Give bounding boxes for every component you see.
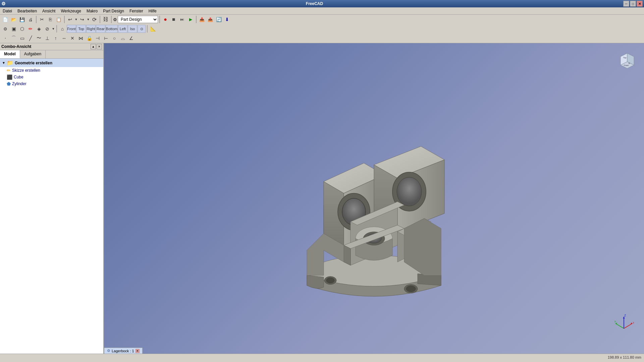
view-settings-button[interactable]: ⚙ <box>1 25 9 33</box>
rect-button[interactable]: ▭ <box>18 34 26 42</box>
import-button[interactable]: 📥 <box>198 15 206 23</box>
minimize-button[interactable]: ─ <box>623 1 629 7</box>
link-button[interactable]: ⛓ <box>102 15 110 23</box>
macro-step-button[interactable]: ⏭ <box>178 15 186 23</box>
tilde-button[interactable]: 〜 <box>35 34 43 42</box>
statusbar-dimensions: 198.89 x 111.80 mm <box>608 355 641 359</box>
sep3 <box>100 16 100 23</box>
sep2 <box>64 16 65 23</box>
sidebar-tab-aufgaben[interactable]: Aufgaben <box>20 50 46 58</box>
redo-button[interactable] <box>78 15 86 23</box>
menu-datei[interactable]: Datei <box>0 8 15 14</box>
view-rear-button[interactable]: Rear <box>96 25 105 33</box>
viewport-tab-item[interactable]: ⚙ Lagerbock : 1 ✕ <box>104 348 143 354</box>
tree-item-skizze-label: Skizze erstellen <box>12 68 40 73</box>
export-button[interactable]: 📤 <box>206 15 214 23</box>
eq-button[interactable]: ⊣ <box>94 34 102 42</box>
paste-button[interactable] <box>55 15 63 23</box>
titlebar-title: FreeCAD <box>306 1 323 6</box>
save-button[interactable] <box>18 15 26 23</box>
menu-partdesign[interactable]: Part Design <box>100 8 127 14</box>
macro-record-button[interactable]: ● <box>161 15 169 23</box>
arr-up-button[interactable]: ↑ <box>52 34 60 42</box>
sidebar-content: ▼ 📁 Geometrie erstellen ✏ Skizze erstell… <box>0 59 103 354</box>
print-button[interactable] <box>26 15 35 23</box>
refresh-button[interactable] <box>90 15 98 23</box>
menubar: Datei Bearbeiten Ansicht Werkzeuge Makro… <box>0 7 644 15</box>
view-cut-button[interactable]: ⊘ <box>43 25 51 33</box>
view-home-button[interactable]: ⌂ <box>58 25 66 33</box>
sync-button[interactable]: 🔄 <box>215 15 223 23</box>
arc2-button[interactable]: ⌓ <box>119 34 127 42</box>
open-button[interactable] <box>10 15 18 23</box>
statusbar: 198.89 x 111.80 mm <box>0 354 644 360</box>
section-label: Geometrie erstellen <box>15 61 52 65</box>
redo-dropdown[interactable]: ▼ <box>87 15 90 23</box>
tree-item-zylinder[interactable]: ⬟ Zylinder <box>0 80 103 87</box>
copy-button[interactable] <box>46 15 54 23</box>
menu-bearbeiten[interactable]: Bearbeiten <box>15 8 40 14</box>
viewport-tab-close-button[interactable]: ✕ <box>136 349 140 353</box>
sym-button[interactable]: ⋈ <box>77 34 85 42</box>
maximize-button[interactable]: □ <box>630 1 636 7</box>
download-button[interactable]: ⬇ <box>223 15 231 23</box>
arc-button[interactable]: ⌒ <box>10 34 18 42</box>
svg-line-22 <box>615 323 624 328</box>
menu-fenster[interactable]: Fenster <box>127 8 146 14</box>
perp-button[interactable]: ⊥ <box>43 34 51 42</box>
view-left-button[interactable]: Left <box>118 25 127 33</box>
lock-button[interactable]: 🔒 <box>85 34 93 42</box>
circle-button[interactable]: ○ <box>110 34 118 42</box>
view-layer-button[interactable]: ⬡ <box>18 25 26 33</box>
arr-cross-button[interactable]: ✕ <box>68 34 76 42</box>
svg-text:Z: Z <box>624 314 626 317</box>
tree-section-geometrie[interactable]: ▼ 📁 Geometrie erstellen <box>0 59 103 67</box>
view-front-button[interactable]: Front <box>67 25 76 33</box>
titlebar-icon: ⚙ <box>1 1 6 6</box>
macro-run-button[interactable]: ▶ <box>186 15 195 23</box>
nav-cube[interactable]: Front R Top <box>614 47 641 74</box>
macro-stop-button[interactable]: ⏹ <box>170 15 178 23</box>
sidebar-tab-model[interactable]: Model <box>0 50 20 58</box>
view-more-button[interactable]: ⊙ <box>138 25 146 33</box>
view-iso-button[interactable]: Iso <box>128 25 137 33</box>
menu-werkzeuge[interactable]: Werkzeuge <box>58 8 84 14</box>
undo-button[interactable] <box>66 15 74 23</box>
menu-ansicht[interactable]: Ansicht <box>40 8 58 14</box>
menu-makro[interactable]: Makro <box>84 8 100 14</box>
svg-text:X: X <box>633 321 634 324</box>
workbench-selector[interactable]: ⚙ Part Design Sketcher Part <box>113 16 158 23</box>
arr-horiz-button[interactable]: ↔ <box>60 34 68 42</box>
measure-button[interactable]: 📐 <box>149 25 157 33</box>
view-bottom-button[interactable]: Bottom <box>106 25 118 33</box>
sep6 <box>196 16 197 23</box>
undo-dropdown[interactable]: ▼ <box>74 15 78 23</box>
cylinder-icon: ⬟ <box>7 81 11 86</box>
toolbar-row-1: ▼ ▼ ⛓ ⚙ Part Design Sketcher Part ● ⏹ ⏭ … <box>0 15 644 24</box>
view-right-button[interactable]: Right <box>86 25 96 33</box>
tree-item-skizze[interactable]: ✏ Skizze erstellen <box>0 67 103 74</box>
point-button[interactable]: · <box>1 34 9 42</box>
workbench-dropdown[interactable]: Part Design Sketcher Part <box>118 16 158 23</box>
svg-point-15 <box>397 177 422 206</box>
sidebar-close-button[interactable]: ✕ <box>97 44 102 49</box>
view-3d-button[interactable]: ◈ <box>35 25 43 33</box>
sketch-icon: ✏ <box>7 68 11 73</box>
vert-button[interactable]: ⊢ <box>102 34 110 42</box>
tree-item-cube[interactable]: ⬛ Cube <box>0 74 103 80</box>
tree-item-cube-label: Cube <box>14 75 23 79</box>
section-folder-icon: 📁 <box>7 60 13 66</box>
close-button[interactable]: ✕ <box>637 1 643 7</box>
menu-hilfe[interactable]: Hilfe <box>146 8 159 14</box>
new-button[interactable] <box>1 15 9 23</box>
view-top-button[interactable]: Top <box>76 25 86 33</box>
view-box-button[interactable]: ▣ <box>10 25 18 33</box>
line-button[interactable]: ╱ <box>26 34 35 42</box>
angle-button[interactable]: ∠ <box>127 34 135 42</box>
sidebar-expand-button[interactable]: ▲ <box>91 44 96 49</box>
view-cut-dropdown[interactable]: ▼ <box>52 25 55 33</box>
cut-button[interactable] <box>38 15 46 23</box>
view-sketch-button[interactable]: ✏ <box>26 25 35 33</box>
viewport[interactable]: Front R Top <box>104 43 644 354</box>
svg-text:Y: Y <box>614 320 616 323</box>
